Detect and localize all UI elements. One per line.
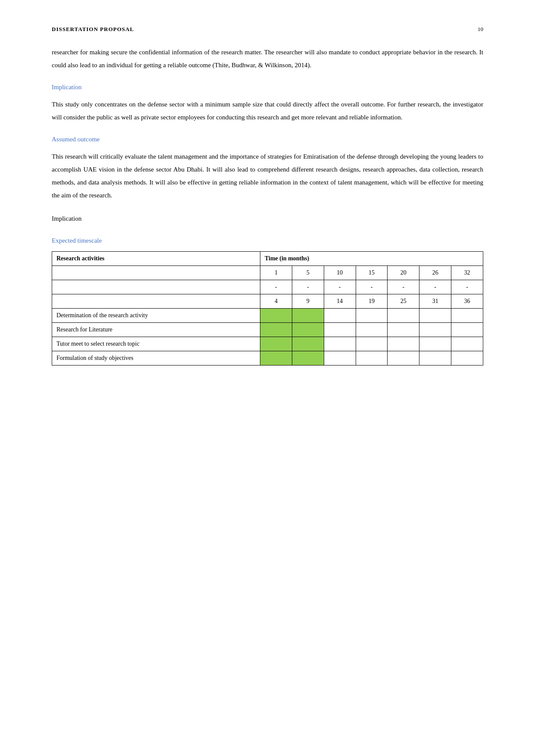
time-row3-cell-2: 9 (292, 294, 324, 309)
table-row: Determination of the research activity (52, 309, 483, 323)
empty-cell-4-5 (388, 351, 419, 366)
table-header-row: Research activities Time (in months) (52, 252, 483, 266)
assumed-outcome-text: This research will critically evaluate t… (52, 150, 483, 202)
time-row1-cell-7: 32 (451, 266, 483, 280)
page-header: DISSERTATION PROPOSAL 10 (52, 26, 483, 33)
table-row: Tutor meet to select research topic (52, 337, 483, 351)
empty-cell-1-4 (356, 309, 388, 323)
time-row2-activity-cell (52, 280, 260, 294)
activity-cell-1: Determination of the research activity (52, 309, 260, 323)
empty-cell-4-7 (451, 351, 483, 366)
time-row3-cell-4: 19 (356, 294, 388, 309)
time-row1-cell-5: 20 (388, 266, 419, 280)
empty-cell-2-3 (324, 323, 356, 337)
implication-2-text: Implication (52, 212, 483, 225)
highlight-cell-4-2 (292, 351, 324, 366)
document-title: DISSERTATION PROPOSAL (52, 26, 134, 33)
highlight-cell-4-1 (260, 351, 292, 366)
empty-cell-4-4 (356, 351, 388, 366)
time-row2-cell-2: - (292, 280, 324, 294)
time-row-3: 4 9 14 19 25 31 36 (52, 294, 483, 309)
time-row-1: 1 5 10 15 20 26 32 (52, 266, 483, 280)
highlight-cell-2-1 (260, 323, 292, 337)
activity-cell-3: Tutor meet to select research topic (52, 337, 260, 351)
highlight-cell-3-2 (292, 337, 324, 351)
empty-cell-2-7 (451, 323, 483, 337)
timescale-table-section: Research activities Time (in months) 1 5… (52, 251, 483, 366)
assumed-outcome-heading: Assumed outcome (52, 136, 483, 143)
time-row-2: - - - - - - - (52, 280, 483, 294)
time-row2-cell-6: - (419, 280, 451, 294)
time-row1-cell-1: 1 (260, 266, 292, 280)
time-row3-cell-6: 31 (419, 294, 451, 309)
empty-cell-2-4 (356, 323, 388, 337)
time-row3-cell-7: 36 (451, 294, 483, 309)
assumed-outcome-paragraph: This research will critically evaluate t… (52, 150, 483, 202)
implication-text: This study only concentrates on the defe… (52, 98, 483, 124)
time-row3-activity-cell (52, 294, 260, 309)
time-row1-cell-4: 15 (356, 266, 388, 280)
activities-column-header: Research activities (52, 252, 260, 266)
empty-cell-4-3 (324, 351, 356, 366)
empty-cell-1-5 (388, 309, 419, 323)
time-row3-cell-5: 25 (388, 294, 419, 309)
expected-timescale-heading: Expected timescale (52, 237, 483, 244)
empty-cell-3-4 (356, 337, 388, 351)
intro-text: researcher for making secure the confide… (52, 46, 483, 72)
empty-cell-1-6 (419, 309, 451, 323)
timescale-table: Research activities Time (in months) 1 5… (52, 251, 483, 366)
empty-cell-4-6 (419, 351, 451, 366)
time-row2-cell-3: - (324, 280, 356, 294)
time-row1-cell-3: 10 (324, 266, 356, 280)
time-column-header: Time (in months) (260, 252, 483, 266)
time-row2-cell-1: - (260, 280, 292, 294)
time-row1-cell-2: 5 (292, 266, 324, 280)
implication-heading-1: Implication (52, 84, 483, 91)
table-row: Formulation of study objectives (52, 351, 483, 366)
empty-cell-2-5 (388, 323, 419, 337)
table-row: Research for Literature (52, 323, 483, 337)
time-row1-cell-6: 26 (419, 266, 451, 280)
time-row1-activity-cell (52, 266, 260, 280)
page-number: 10 (478, 26, 483, 33)
implication-2-paragraph: Implication (52, 212, 483, 225)
time-row3-cell-3: 14 (324, 294, 356, 309)
highlight-cell-1-2 (292, 309, 324, 323)
empty-cell-3-5 (388, 337, 419, 351)
empty-cell-3-6 (419, 337, 451, 351)
time-row2-cell-4: - (356, 280, 388, 294)
time-row3-cell-1: 4 (260, 294, 292, 309)
time-row2-cell-5: - (388, 280, 419, 294)
empty-cell-2-6 (419, 323, 451, 337)
intro-paragraph: researcher for making secure the confide… (52, 46, 483, 72)
activity-cell-4: Formulation of study objectives (52, 351, 260, 366)
highlight-cell-1-1 (260, 309, 292, 323)
highlight-cell-3-1 (260, 337, 292, 351)
activity-cell-2: Research for Literature (52, 323, 260, 337)
empty-cell-1-3 (324, 309, 356, 323)
time-row2-cell-7: - (451, 280, 483, 294)
empty-cell-3-7 (451, 337, 483, 351)
empty-cell-1-7 (451, 309, 483, 323)
implication-paragraph: This study only concentrates on the defe… (52, 98, 483, 124)
empty-cell-3-3 (324, 337, 356, 351)
highlight-cell-2-2 (292, 323, 324, 337)
